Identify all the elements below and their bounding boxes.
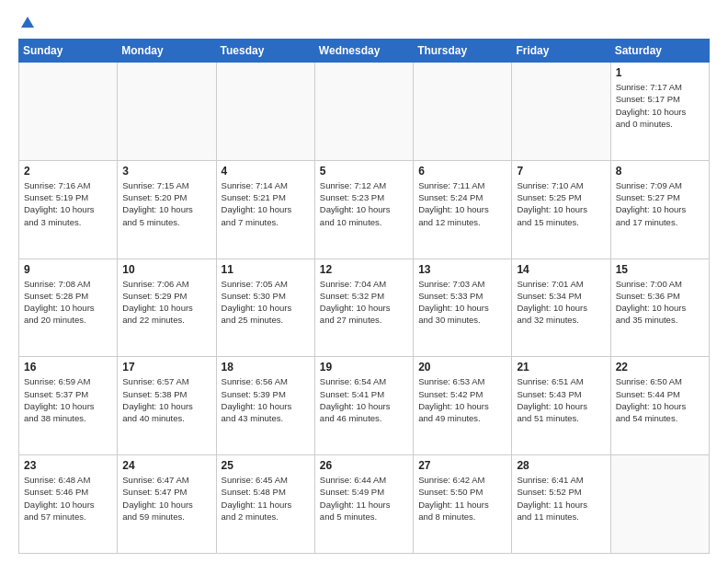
table-row: 25Sunrise: 6:45 AM Sunset: 5:48 PM Dayli…	[216, 455, 314, 554]
col-friday: Friday	[512, 40, 610, 63]
table-row: 23Sunrise: 6:48 AM Sunset: 5:46 PM Dayli…	[19, 455, 118, 554]
day-info: Sunrise: 6:47 AM Sunset: 5:47 PM Dayligh…	[122, 474, 210, 523]
day-info: Sunrise: 7:16 AM Sunset: 5:19 PM Dayligh…	[24, 179, 112, 228]
day-number: 22	[616, 361, 704, 373]
calendar-week-row: 16Sunrise: 6:59 AM Sunset: 5:37 PM Dayli…	[19, 357, 710, 455]
calendar-table: Sunday Monday Tuesday Wednesday Thursday…	[18, 39, 710, 554]
day-number: 17	[122, 361, 210, 373]
calendar-week-row: 2Sunrise: 7:16 AM Sunset: 5:19 PM Daylig…	[19, 160, 710, 259]
day-info: Sunrise: 7:00 AM Sunset: 5:36 PM Dayligh…	[616, 278, 704, 327]
day-number: 2	[24, 165, 112, 178]
table-row: 26Sunrise: 6:44 AM Sunset: 5:49 PM Dayli…	[314, 455, 413, 554]
day-number: 11	[222, 263, 310, 276]
table-row: 21Sunrise: 6:51 AM Sunset: 5:43 PM Dayli…	[512, 357, 610, 455]
table-row: 22Sunrise: 6:50 AM Sunset: 5:44 PM Dayli…	[610, 357, 709, 455]
table-row: 17Sunrise: 6:57 AM Sunset: 5:38 PM Dayli…	[118, 357, 216, 455]
table-row: 9Sunrise: 7:08 AM Sunset: 5:28 PM Daylig…	[19, 259, 118, 357]
table-row: 10Sunrise: 7:06 AM Sunset: 5:29 PM Dayli…	[118, 259, 216, 357]
table-row	[19, 63, 118, 161]
table-row	[512, 63, 610, 161]
table-row: 18Sunrise: 6:56 AM Sunset: 5:39 PM Dayli…	[216, 357, 314, 455]
day-info: Sunrise: 6:42 AM Sunset: 5:50 PM Dayligh…	[418, 474, 506, 523]
table-row: 12Sunrise: 7:04 AM Sunset: 5:32 PM Dayli…	[314, 259, 413, 357]
table-row: 20Sunrise: 6:53 AM Sunset: 5:42 PM Dayli…	[414, 357, 512, 455]
day-number: 25	[222, 459, 310, 472]
table-row: 3Sunrise: 7:15 AM Sunset: 5:20 PM Daylig…	[118, 160, 216, 259]
day-number: 26	[320, 459, 408, 472]
day-number: 19	[320, 361, 408, 373]
calendar-week-row: 1Sunrise: 7:17 AM Sunset: 5:17 PM Daylig…	[19, 63, 710, 161]
day-info: Sunrise: 6:44 AM Sunset: 5:49 PM Dayligh…	[320, 474, 408, 523]
day-number: 20	[418, 361, 506, 373]
day-info: Sunrise: 7:05 AM Sunset: 5:30 PM Dayligh…	[222, 278, 310, 327]
table-row: 8Sunrise: 7:09 AM Sunset: 5:27 PM Daylig…	[610, 160, 709, 259]
day-number: 4	[222, 165, 310, 178]
day-info: Sunrise: 7:11 AM Sunset: 5:24 PM Dayligh…	[418, 179, 506, 228]
day-number: 14	[517, 263, 605, 276]
day-info: Sunrise: 7:14 AM Sunset: 5:21 PM Dayligh…	[222, 179, 310, 228]
day-number: 8	[616, 165, 704, 178]
day-info: Sunrise: 7:04 AM Sunset: 5:32 PM Dayligh…	[320, 278, 408, 327]
day-info: Sunrise: 6:50 AM Sunset: 5:44 PM Dayligh…	[616, 375, 704, 424]
day-number: 1	[616, 66, 704, 79]
calendar-header-row: Sunday Monday Tuesday Wednesday Thursday…	[19, 40, 710, 63]
day-number: 23	[24, 459, 112, 472]
day-number: 16	[24, 361, 112, 373]
day-number: 3	[122, 165, 210, 178]
col-wednesday: Wednesday	[314, 40, 413, 63]
table-row: 27Sunrise: 6:42 AM Sunset: 5:50 PM Dayli…	[414, 455, 512, 554]
table-row	[414, 63, 512, 161]
table-row: 6Sunrise: 7:11 AM Sunset: 5:24 PM Daylig…	[414, 160, 512, 259]
table-row: 14Sunrise: 7:01 AM Sunset: 5:34 PM Dayli…	[512, 259, 610, 357]
calendar-week-row: 23Sunrise: 6:48 AM Sunset: 5:46 PM Dayli…	[19, 455, 710, 554]
day-info: Sunrise: 6:57 AM Sunset: 5:38 PM Dayligh…	[122, 375, 210, 424]
day-number: 15	[616, 263, 704, 276]
col-saturday: Saturday	[610, 40, 709, 63]
day-number: 24	[122, 459, 210, 472]
day-info: Sunrise: 7:06 AM Sunset: 5:29 PM Dayligh…	[122, 278, 210, 327]
table-row	[314, 63, 413, 161]
logo-icon	[19, 15, 36, 31]
page: Sunday Monday Tuesday Wednesday Thursday…	[0, 0, 728, 563]
day-info: Sunrise: 6:45 AM Sunset: 5:48 PM Dayligh…	[222, 474, 310, 523]
table-row: 7Sunrise: 7:10 AM Sunset: 5:25 PM Daylig…	[512, 160, 610, 259]
day-info: Sunrise: 7:08 AM Sunset: 5:28 PM Dayligh…	[24, 278, 112, 327]
header	[18, 15, 710, 29]
day-info: Sunrise: 6:41 AM Sunset: 5:52 PM Dayligh…	[517, 474, 605, 523]
day-info: Sunrise: 6:53 AM Sunset: 5:42 PM Dayligh…	[418, 375, 506, 424]
day-info: Sunrise: 7:17 AM Sunset: 5:17 PM Dayligh…	[616, 81, 704, 130]
table-row: 13Sunrise: 7:03 AM Sunset: 5:33 PM Dayli…	[414, 259, 512, 357]
day-info: Sunrise: 7:01 AM Sunset: 5:34 PM Dayligh…	[517, 278, 605, 327]
table-row: 28Sunrise: 6:41 AM Sunset: 5:52 PM Dayli…	[512, 455, 610, 554]
day-number: 13	[418, 263, 506, 276]
day-info: Sunrise: 6:56 AM Sunset: 5:39 PM Dayligh…	[222, 375, 310, 424]
day-info: Sunrise: 6:51 AM Sunset: 5:43 PM Dayligh…	[517, 375, 605, 424]
table-row: 16Sunrise: 6:59 AM Sunset: 5:37 PM Dayli…	[19, 357, 118, 455]
svg-marker-0	[21, 17, 34, 28]
table-row: 24Sunrise: 6:47 AM Sunset: 5:47 PM Dayli…	[118, 455, 216, 554]
day-info: Sunrise: 7:12 AM Sunset: 5:23 PM Dayligh…	[320, 179, 408, 228]
day-number: 10	[122, 263, 210, 276]
table-row: 2Sunrise: 7:16 AM Sunset: 5:19 PM Daylig…	[19, 160, 118, 259]
col-tuesday: Tuesday	[216, 40, 314, 63]
col-sunday: Sunday	[19, 40, 118, 63]
table-row: 11Sunrise: 7:05 AM Sunset: 5:30 PM Dayli…	[216, 259, 314, 357]
day-number: 18	[222, 361, 310, 373]
calendar-week-row: 9Sunrise: 7:08 AM Sunset: 5:28 PM Daylig…	[19, 259, 710, 357]
table-row: 4Sunrise: 7:14 AM Sunset: 5:21 PM Daylig…	[216, 160, 314, 259]
day-number: 5	[320, 165, 408, 178]
day-info: Sunrise: 7:15 AM Sunset: 5:20 PM Dayligh…	[122, 179, 210, 228]
table-row: 5Sunrise: 7:12 AM Sunset: 5:23 PM Daylig…	[314, 160, 413, 259]
col-thursday: Thursday	[414, 40, 512, 63]
day-info: Sunrise: 6:48 AM Sunset: 5:46 PM Dayligh…	[24, 474, 112, 523]
day-number: 21	[517, 361, 605, 373]
table-row	[610, 455, 709, 554]
day-number: 12	[320, 263, 408, 276]
day-info: Sunrise: 7:10 AM Sunset: 5:25 PM Dayligh…	[517, 179, 605, 228]
day-info: Sunrise: 6:59 AM Sunset: 5:37 PM Dayligh…	[24, 375, 112, 424]
day-number: 7	[517, 165, 605, 178]
day-number: 9	[24, 263, 112, 276]
day-info: Sunrise: 7:09 AM Sunset: 5:27 PM Dayligh…	[616, 179, 704, 228]
day-info: Sunrise: 6:54 AM Sunset: 5:41 PM Dayligh…	[320, 375, 408, 424]
table-row: 15Sunrise: 7:00 AM Sunset: 5:36 PM Dayli…	[610, 259, 709, 357]
